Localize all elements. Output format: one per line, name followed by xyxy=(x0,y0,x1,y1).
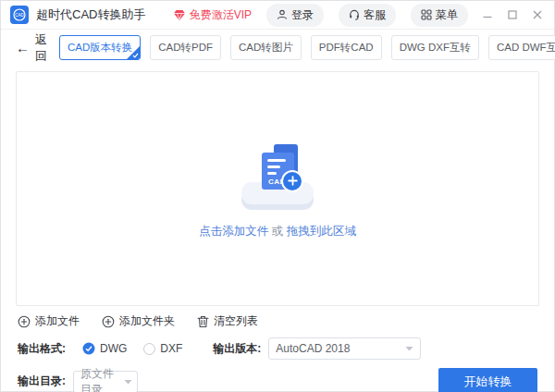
hint-drag-text: 拖拽到此区域 xyxy=(287,225,356,238)
plus-circle-icon xyxy=(18,315,31,328)
menu-button[interactable]: 菜单 xyxy=(411,4,468,27)
gem-icon xyxy=(173,9,186,21)
file-drop-zone[interactable]: CAD 点击添加文件 或 拖拽到此区域 xyxy=(16,71,539,306)
clear-list-button[interactable]: 清空列表 xyxy=(197,313,258,329)
plus-icon xyxy=(281,170,303,192)
chevron-down-icon xyxy=(405,346,413,351)
add-file-button[interactable]: 添加文件 xyxy=(18,313,80,329)
trash-icon xyxy=(197,315,209,328)
add-folder-label: 添加文件夹 xyxy=(119,313,175,329)
chevron-down-icon xyxy=(124,379,132,385)
vip-activate-button[interactable]: 免费激活VIP xyxy=(173,7,252,23)
tab-cad-to-image[interactable]: CAD转图片 xyxy=(230,35,302,60)
hint-click-text: 点击添加文件 xyxy=(199,225,268,238)
menu-label: 菜单 xyxy=(436,7,458,23)
left-arrow-icon: ← xyxy=(16,40,30,55)
app-window: CAD 超时代CAD转换助手 免费激活VIP xyxy=(0,0,555,392)
add-folder-button[interactable]: 添加文件夹 xyxy=(102,313,175,329)
close-icon[interactable] xyxy=(532,9,543,20)
minimize-icon[interactable] xyxy=(482,9,493,20)
user-icon xyxy=(277,9,288,20)
start-convert-button[interactable]: 开始转换 xyxy=(438,368,537,392)
app-logo-icon: CAD xyxy=(10,6,29,24)
back-label: 返回 xyxy=(35,31,47,65)
back-button[interactable]: ← 返回 xyxy=(16,31,47,65)
output-directory-select[interactable]: 原文件目录 xyxy=(73,371,138,392)
tab-dwg-dxf-convert[interactable]: DWG DXF互转 xyxy=(391,35,479,60)
tab-pdf-to-cad[interactable]: PDF转CAD xyxy=(311,35,382,60)
hint-or-text: 或 xyxy=(272,225,284,238)
drop-zone-hint: 点击添加文件 或 拖拽到此区域 xyxy=(199,224,355,239)
output-format-row: 输出格式: DWG DXF 输出版本: AutoCAD 2018 xyxy=(1,337,554,360)
output-directory-row: 输出目录: 原文件目录 开始转换 xyxy=(1,368,554,392)
output-version-label: 输出版本: xyxy=(213,341,261,357)
tab-cad-dwf-convert[interactable]: CAD DWF互转 xyxy=(488,35,555,60)
login-label: 登录 xyxy=(291,7,314,23)
support-label: 客服 xyxy=(364,7,386,23)
format-option-dwg[interactable]: DWG xyxy=(82,342,127,355)
headset-icon xyxy=(349,9,360,20)
output-version-select[interactable]: AutoCAD 2018 xyxy=(268,337,421,360)
check-icon xyxy=(132,53,139,58)
login-button[interactable]: 登录 xyxy=(266,4,324,27)
support-button[interactable]: 客服 xyxy=(339,4,396,27)
add-file-label: 添加文件 xyxy=(35,313,80,329)
format-option-dxf[interactable]: DXF xyxy=(143,342,182,355)
format-dxf-label: DXF xyxy=(160,342,182,355)
radio-unchecked-icon xyxy=(143,343,155,355)
output-directory-value: 原文件目录 xyxy=(80,366,124,392)
tab-strip: ← 返回 CAD版本转换 CAD转PDF CAD转图片 PDF转CAD DWG … xyxy=(1,30,554,62)
vip-label: 免费激活VIP xyxy=(190,7,252,23)
output-directory-label: 输出目录: xyxy=(18,374,66,389)
file-actions: 添加文件 添加文件夹 清空列表 xyxy=(1,313,554,329)
app-title: 超时代CAD转换助手 xyxy=(36,6,145,23)
plus-circle-icon xyxy=(102,315,115,328)
svg-text:CAD: CAD xyxy=(15,13,24,18)
check-circle-icon xyxy=(82,342,95,355)
format-dwg-label: DWG xyxy=(100,342,127,355)
tab-cad-version-convert[interactable]: CAD版本转换 xyxy=(59,35,141,60)
grid-menu-icon xyxy=(421,9,432,20)
tab-cad-to-pdf[interactable]: CAD转PDF xyxy=(150,35,221,60)
output-format-label: 输出格式: xyxy=(18,341,66,357)
cad-document-add-icon: CAD xyxy=(236,139,319,213)
clear-list-label: 清空列表 xyxy=(214,313,258,329)
title-bar: CAD 超时代CAD转换助手 免费激活VIP xyxy=(1,1,554,30)
output-version-value: AutoCAD 2018 xyxy=(276,342,350,355)
maximize-icon[interactable] xyxy=(507,9,518,20)
